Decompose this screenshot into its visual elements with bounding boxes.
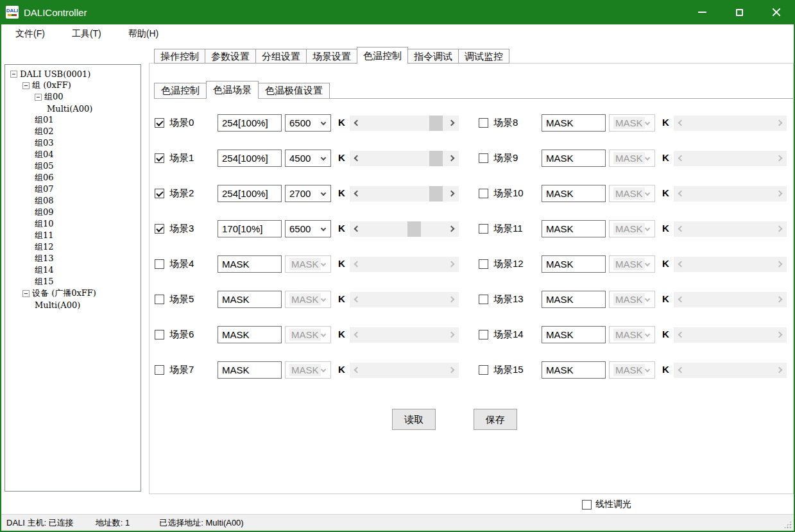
- tree-node-label[interactable]: Multi(A00): [47, 104, 92, 114]
- scene-checkbox[interactable]: [479, 118, 488, 128]
- resize-grip-icon[interactable]: [783, 520, 792, 529]
- main-tab-5[interactable]: 指令调试: [407, 49, 459, 64]
- tree-node-label[interactable]: 组05: [35, 160, 54, 172]
- scene-level-input[interactable]: [542, 361, 606, 379]
- scrollbar-thumb[interactable]: [429, 151, 443, 166]
- scene-level-input[interactable]: [542, 255, 606, 273]
- tree-node[interactable]: 组08: [5, 195, 141, 207]
- scroll-right-icon[interactable]: [449, 120, 455, 126]
- scene-cct-select[interactable]: 6500: [285, 220, 331, 237]
- scene-checkbox[interactable]: [155, 118, 164, 128]
- scene-checkbox[interactable]: [479, 365, 488, 375]
- sub-tab-1[interactable]: 色温场景: [206, 81, 259, 99]
- main-tab-0[interactable]: 操作控制: [154, 49, 205, 64]
- close-button[interactable]: [758, 0, 795, 24]
- tree-node[interactable]: 组 (0xFF): [5, 80, 141, 91]
- scene-cct-select[interactable]: MASK: [285, 255, 331, 273]
- tree-node[interactable]: 组12: [5, 241, 141, 253]
- main-tab-3[interactable]: 场景设置: [306, 49, 357, 64]
- tree-expander-icon[interactable]: [10, 71, 17, 78]
- tree-node[interactable]: 组02: [5, 126, 141, 137]
- scroll-left-icon[interactable]: [354, 226, 361, 232]
- tree-node-label[interactable]: 组13: [35, 253, 54, 264]
- scene-level-input[interactable]: [218, 220, 282, 237]
- tree-node-label[interactable]: 组07: [35, 184, 54, 195]
- scrollbar-thumb[interactable]: [429, 186, 443, 202]
- scene-level-input[interactable]: [542, 291, 606, 308]
- tree-node[interactable]: Multi(A00): [5, 299, 141, 311]
- tree-node[interactable]: 组10: [5, 218, 141, 230]
- scene-checkbox[interactable]: [155, 295, 164, 304]
- tree-node-label[interactable]: 组09: [35, 207, 54, 218]
- tree-node-label[interactable]: 组02: [35, 126, 54, 137]
- scene-checkbox[interactable]: [479, 153, 488, 163]
- scene-cct-select[interactable]: MASK: [285, 326, 331, 343]
- scene-cct-select[interactable]: MASK: [609, 255, 655, 273]
- scene-cct-scrollbar[interactable]: [350, 186, 459, 202]
- tree-expander-icon[interactable]: [22, 290, 30, 297]
- scene-cct-select[interactable]: MASK: [609, 326, 655, 343]
- scene-cct-select[interactable]: 2700: [285, 185, 331, 202]
- tree-node[interactable]: Multi(A00): [5, 103, 141, 114]
- main-tab-1[interactable]: 参数设置: [205, 49, 256, 64]
- scene-cct-scrollbar[interactable]: [350, 221, 459, 237]
- sub-tab-0[interactable]: 色温控制: [154, 83, 207, 98]
- tree-node-label[interactable]: 组14: [35, 264, 54, 276]
- menu-file[interactable]: 文件(F): [8, 26, 53, 42]
- tree-node[interactable]: DALI USB(0001): [5, 68, 141, 80]
- maximize-button[interactable]: [721, 0, 758, 24]
- scene-level-input[interactable]: [218, 150, 282, 167]
- menu-help[interactable]: 帮助(H): [121, 26, 166, 42]
- scene-cct-select[interactable]: MASK: [609, 361, 655, 379]
- tree-node-label[interactable]: 组 (0xFF): [32, 80, 71, 91]
- scroll-left-icon[interactable]: [354, 191, 361, 197]
- scene-cct-scrollbar[interactable]: [350, 151, 459, 166]
- tree-node-label[interactable]: Multi(A00): [35, 300, 80, 310]
- tree-node[interactable]: 组04: [5, 149, 141, 160]
- scene-checkbox[interactable]: [155, 365, 164, 375]
- tree-node-label[interactable]: 组06: [35, 172, 54, 184]
- scene-cct-select[interactable]: MASK: [285, 291, 331, 308]
- tree-node[interactable]: 组07: [5, 184, 141, 195]
- tree-node-label[interactable]: 组15: [35, 276, 54, 287]
- tree-node[interactable]: 设备 (广播0xFF): [5, 287, 141, 299]
- tree-node[interactable]: 组01: [5, 114, 141, 126]
- scene-cct-select[interactable]: MASK: [609, 185, 655, 202]
- scene-checkbox[interactable]: [155, 153, 164, 163]
- scene-cct-scrollbar[interactable]: [350, 116, 459, 131]
- tree-node[interactable]: 组05: [5, 160, 141, 172]
- scene-checkbox[interactable]: [479, 224, 488, 234]
- tree-node-label[interactable]: 组00: [44, 91, 64, 103]
- scene-level-input[interactable]: [218, 185, 282, 202]
- scene-cct-select[interactable]: MASK: [609, 150, 655, 167]
- scene-level-input[interactable]: [542, 185, 606, 202]
- scene-level-input[interactable]: [218, 326, 282, 343]
- scene-level-input[interactable]: [218, 291, 282, 308]
- minimize-button[interactable]: [683, 0, 721, 24]
- scene-cct-select[interactable]: 4500: [285, 150, 331, 167]
- tree-node[interactable]: 组03: [5, 137, 141, 149]
- tree-expander-icon[interactable]: [22, 82, 30, 89]
- scrollbar-thumb[interactable]: [429, 116, 443, 131]
- tree-node[interactable]: 组14: [5, 264, 141, 276]
- scene-checkbox[interactable]: [155, 189, 164, 198]
- tree-node[interactable]: 组00: [5, 91, 141, 103]
- scene-checkbox[interactable]: [155, 330, 164, 339]
- scene-level-input[interactable]: [218, 361, 282, 379]
- scene-cct-select[interactable]: 6500: [285, 114, 331, 132]
- scene-checkbox[interactable]: [479, 330, 488, 339]
- sub-tab-2[interactable]: 色温极值设置: [258, 83, 330, 98]
- scene-checkbox[interactable]: [479, 189, 488, 198]
- tree-node[interactable]: 组06: [5, 172, 141, 184]
- tree-node-label[interactable]: 组10: [35, 218, 54, 230]
- scroll-left-icon[interactable]: [354, 155, 361, 162]
- scene-checkbox[interactable]: [155, 224, 164, 234]
- tree-node-label[interactable]: 组03: [35, 137, 54, 149]
- scene-level-input[interactable]: [218, 114, 282, 132]
- tree-node-label[interactable]: DALI USB(0001): [20, 69, 90, 79]
- scroll-right-icon[interactable]: [449, 191, 455, 197]
- main-tab-2[interactable]: 分组设置: [255, 49, 307, 64]
- scene-cct-select[interactable]: MASK: [609, 114, 655, 132]
- scene-cct-select[interactable]: MASK: [609, 220, 655, 237]
- scene-cct-select[interactable]: MASK: [285, 361, 331, 379]
